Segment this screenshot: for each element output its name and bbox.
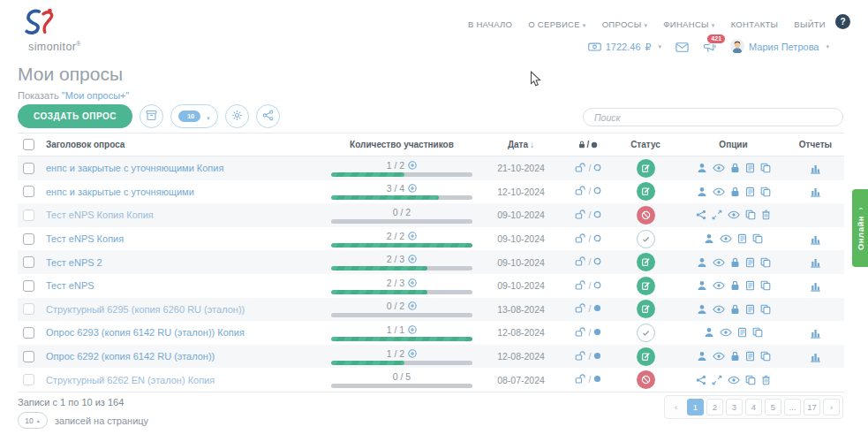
chart-icon[interactable] (810, 351, 821, 362)
lock-icon[interactable] (730, 163, 740, 173)
survey-title-link[interactable]: Тест eNPS (42, 280, 327, 291)
user-icon[interactable] (697, 163, 707, 173)
survey-title-link[interactable]: енпс и закрытые с уточняющими Копия (42, 163, 327, 173)
user-icon[interactable] (704, 327, 714, 338)
survey-checkbox[interactable] (23, 186, 34, 197)
search-input[interactable] (583, 108, 843, 126)
survey-title-link[interactable]: Опрос 6293 (копия 6142 RU (эталон)) Копи… (42, 327, 327, 338)
survey-title-link[interactable]: Структурный 6262 EN (эталон) Копия (42, 375, 327, 385)
eye-icon[interactable] (728, 376, 740, 385)
status-badge[interactable] (637, 159, 655, 178)
eye-icon[interactable] (713, 258, 725, 267)
page-size-filter-button[interactable]: 10 (170, 104, 218, 128)
lock-icon[interactable] (730, 304, 740, 315)
chart-icon[interactable] (810, 186, 821, 197)
survey-checkbox[interactable] (23, 163, 34, 174)
status-badge[interactable] (637, 370, 655, 389)
lock-icon[interactable] (730, 280, 740, 291)
create-survey-button[interactable]: СОЗДАТЬ ОПРОС (18, 104, 132, 128)
user-icon[interactable] (697, 351, 707, 362)
user-menu[interactable]: Мария Петрова (730, 39, 829, 55)
survey-title-link[interactable]: Тест eNPS Копия Копия (42, 210, 327, 220)
survey-title-link[interactable]: Тест eNPS 2 (42, 257, 327, 268)
user-icon[interactable] (697, 280, 707, 291)
online-side-tab[interactable]: ‹ Онлайн (852, 189, 868, 267)
survey-checkbox[interactable] (23, 327, 34, 339)
settings-button[interactable] (225, 104, 249, 128)
docs-icon[interactable] (745, 351, 755, 362)
copy-icon[interactable] (760, 304, 771, 315)
trash-icon[interactable] (761, 375, 771, 385)
user-icon[interactable] (697, 257, 707, 268)
per-page-select[interactable]: 10▲ (18, 412, 48, 429)
survey-title-link[interactable]: Структурный 6295 (копия 6260 RU (эталон)… (42, 304, 327, 315)
page-button[interactable]: 17 (804, 399, 820, 415)
survey-checkbox[interactable] (23, 233, 34, 245)
add-participant-icon[interactable] (408, 232, 417, 240)
copy-icon[interactable] (752, 233, 763, 244)
copy-icon[interactable] (745, 375, 756, 385)
status-badge[interactable] (637, 253, 655, 271)
add-participant-icon[interactable] (408, 278, 417, 287)
nav-surveys[interactable]: ОПРОСЫ (602, 19, 648, 29)
envelope-icon[interactable] (676, 42, 689, 52)
docs-icon[interactable] (745, 280, 755, 291)
status-badge[interactable] (637, 277, 655, 295)
docs-icon[interactable] (737, 233, 747, 244)
eye-icon[interactable] (720, 328, 732, 337)
add-participant-icon[interactable] (408, 255, 417, 263)
simonitor-logo[interactable]: simonitor® (16, 7, 113, 53)
nav-home[interactable]: В НАЧАЛО (468, 19, 512, 29)
docs-icon[interactable] (745, 163, 755, 173)
lock-icon[interactable] (730, 351, 740, 362)
move-icon[interactable] (712, 375, 722, 385)
prev-page-button[interactable]: ‹ (668, 399, 684, 415)
add-participant-icon[interactable] (408, 301, 417, 310)
add-participant-icon[interactable] (408, 349, 417, 358)
docs-icon[interactable] (737, 327, 747, 338)
notifications-button[interactable]: 421 (703, 42, 716, 53)
survey-checkbox[interactable] (23, 210, 34, 221)
next-page-button[interactable]: › (823, 399, 840, 415)
copy-icon[interactable] (752, 327, 763, 338)
docs-icon[interactable] (745, 187, 755, 197)
chart-icon[interactable] (810, 163, 821, 174)
docs-icon[interactable] (745, 257, 755, 268)
page-button[interactable]: 4 (745, 399, 762, 415)
survey-title-link[interactable]: Опрос 6292 (копия 6142 RU (эталон)) (42, 351, 327, 362)
page-button[interactable]: 3 (726, 399, 743, 415)
copy-icon[interactable] (760, 187, 771, 197)
survey-title-link[interactable]: енпс и закрытые с уточняющими (42, 187, 327, 197)
eye-icon[interactable] (713, 281, 725, 290)
add-participant-icon[interactable] (408, 161, 417, 170)
balance-dropdown[interactable]: 1722.46 ₽ (588, 42, 661, 53)
eye-icon[interactable] (713, 352, 725, 361)
network-icon[interactable] (696, 210, 706, 220)
status-badge[interactable] (637, 324, 655, 342)
nav-about-service[interactable]: О СЕРВИСЕ (528, 19, 585, 29)
status-badge[interactable] (637, 300, 655, 318)
chart-icon[interactable] (810, 327, 821, 339)
user-icon[interactable] (697, 304, 707, 315)
chart-icon[interactable] (810, 280, 821, 292)
copy-icon[interactable] (760, 163, 771, 173)
show-filter-link[interactable]: "Мои опросы+" (62, 90, 130, 101)
nav-logout[interactable]: ВЫЙТИ (794, 19, 826, 29)
page-button[interactable]: 1 (687, 399, 704, 415)
docs-icon[interactable] (745, 304, 755, 315)
help-icon[interactable]: ? (835, 14, 850, 29)
survey-checkbox[interactable] (23, 303, 34, 315)
chart-icon[interactable] (810, 233, 821, 245)
user-icon[interactable] (704, 233, 714, 244)
page-button[interactable]: 5 (765, 399, 781, 415)
eye-icon[interactable] (720, 234, 732, 243)
header-date[interactable]: Дата↓ (477, 140, 565, 149)
select-all-checkbox[interactable] (23, 139, 34, 150)
survey-checkbox[interactable] (23, 351, 34, 362)
nav-contacts[interactable]: КОНТАКТЫ (731, 19, 779, 29)
eye-icon[interactable] (713, 187, 725, 196)
survey-checkbox[interactable] (23, 256, 34, 268)
survey-title-link[interactable]: Тест eNPS Копия (42, 233, 327, 244)
status-badge[interactable] (637, 182, 655, 201)
lock-icon[interactable] (730, 257, 740, 268)
